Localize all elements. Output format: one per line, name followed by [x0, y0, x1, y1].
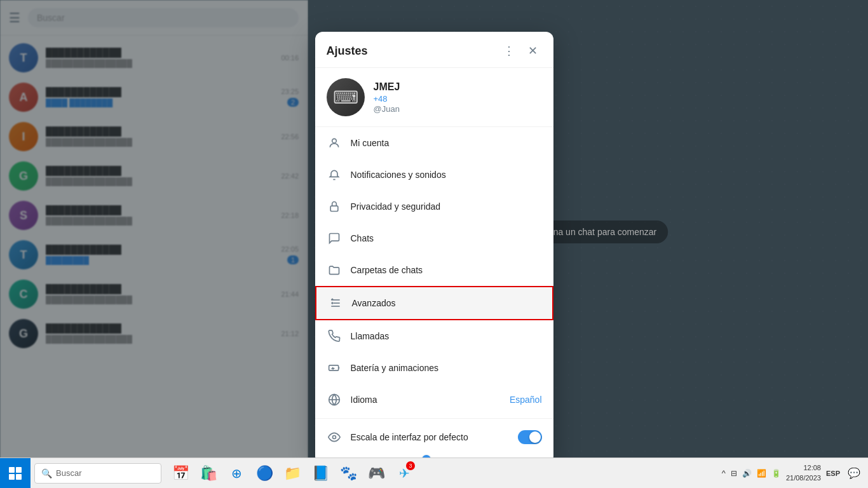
menu-label-llamadas: Llamadas	[351, 331, 542, 341]
menu-item-mi-cuenta[interactable]: Mi cuenta	[315, 127, 553, 159]
store-icon: 🛍️	[200, 465, 217, 482]
menu-item-bateria[interactable]: Batería y animaciones	[315, 352, 553, 384]
profile-avatar: ⌨	[327, 78, 365, 116]
edge-icon: ⊕	[231, 466, 242, 481]
svg-point-9	[332, 436, 336, 439]
notification-icon[interactable]: 💬	[845, 467, 863, 479]
tray-icon-3[interactable]: 📶	[756, 469, 768, 478]
svg-point-0	[332, 139, 336, 143]
taskbar-app-store[interactable]: 🛍️	[196, 459, 221, 487]
tray-icon-2[interactable]: 🔊	[741, 469, 753, 478]
svg-rect-1	[330, 206, 338, 211]
modal-title: Ajustes	[327, 44, 500, 58]
menu-label-avanzados: Avanzados	[352, 298, 541, 308]
menu-item-avanzados[interactable]: Avanzados	[315, 286, 553, 320]
system-tray: ^ ⊟ 🔊 📶 🔋 12:08 21/08/2023 ESP 💬	[721, 463, 868, 483]
advanced-icon	[328, 295, 343, 311]
chevron-up-icon[interactable]: ^	[721, 468, 727, 478]
clock-time: 12:08	[786, 463, 821, 473]
taskbar-app-word[interactable]: 📘	[308, 459, 333, 487]
modal-header: Ajustes ⋮ ✕	[315, 32, 553, 68]
menu-item-chats[interactable]: Chats	[315, 222, 553, 254]
windows-logo	[9, 467, 22, 480]
taskbar-app-chrome[interactable]: 🔵	[252, 459, 277, 487]
menu-label-idioma: Idioma	[351, 395, 501, 405]
menu-divider	[315, 418, 553, 419]
profile-username: @Juan	[374, 104, 542, 114]
sys-tray-icons: ^ ⊟ 🔊 📶 🔋	[721, 468, 782, 478]
telegram-badge: 3	[406, 461, 415, 470]
menu-item-idioma[interactable]: Idioma Español	[315, 384, 553, 416]
word-icon: 📘	[312, 465, 329, 482]
tray-icon-1[interactable]: ⊟	[729, 469, 738, 478]
game-icon: 🎮	[368, 465, 385, 482]
phone-icon	[327, 329, 342, 344]
profile-section[interactable]: ⌨ JMEJ +48 @Juan	[315, 68, 553, 127]
lock-icon	[327, 199, 342, 214]
menu-label-carpetas: Carpetas de chats	[351, 265, 542, 275]
menu-label-chats: Chats	[351, 233, 542, 243]
profile-name: JMEJ	[374, 81, 542, 93]
clock-date: 21/08/2023	[786, 473, 821, 483]
account-icon	[327, 135, 342, 151]
taskbar-search[interactable]: 🔍 Buscar	[34, 463, 161, 484]
menu-label-mi-cuenta: Mi cuenta	[351, 138, 542, 148]
close-button[interactable]: ✕	[524, 42, 542, 60]
calendar-icon: 📅	[172, 465, 189, 482]
bell-icon	[327, 167, 342, 182]
taskbar-app-files[interactable]: 📁	[280, 459, 305, 487]
taskbar-app-game[interactable]: 🎮	[363, 459, 389, 487]
menu-list: Mi cuenta Notificaciones y sonidos Priva…	[315, 127, 553, 464]
interface-scale-toggle[interactable]	[518, 430, 542, 444]
profile-info: JMEJ +48 @Juan	[374, 81, 542, 114]
chrome-icon: 🔵	[256, 465, 273, 482]
menu-item-carpetas[interactable]: Carpetas de chats	[315, 254, 553, 286]
language-icon	[327, 392, 342, 407]
tray-icon-4[interactable]: 🔋	[770, 469, 782, 478]
settings-modal: Ajustes ⋮ ✕ ⌨ JMEJ +48 @Juan	[315, 32, 553, 464]
profile-phone: +48	[374, 94, 542, 104]
taskbar: 🔍 Buscar 📅 🛍️ ⊕ 🔵 📁 📘 🐾 🎮 ✈ 3	[0, 458, 868, 488]
folder-icon	[327, 262, 342, 278]
chat-icon	[327, 231, 342, 246]
taskbar-app-notepad[interactable]: 🐾	[336, 459, 361, 487]
taskbar-app-telegram[interactable]: ✈ 3	[391, 459, 417, 487]
modal-header-actions: ⋮ ✕	[500, 42, 542, 60]
taskbar-app-calendar[interactable]: 📅	[168, 459, 193, 487]
menu-item-interface-scale: Escala de interfaz por defecto	[315, 421, 553, 453]
menu-label-privacidad: Privacidad y seguridad	[351, 201, 542, 212]
menu-item-notificaciones[interactable]: Notificaciones y sonidos	[315, 159, 553, 191]
taskbar-search-label: Buscar	[56, 468, 81, 478]
keyboard-icon: ⌨	[333, 87, 358, 108]
menu-value-idioma: Español	[510, 395, 542, 405]
menu-item-llamadas[interactable]: Llamadas	[315, 320, 553, 352]
modal-overlay: Ajustes ⋮ ✕ ⌨ JMEJ +48 @Juan	[0, 0, 868, 488]
system-clock[interactable]: 12:08 21/08/2023	[786, 463, 821, 483]
menu-item-privacidad[interactable]: Privacidad y seguridad	[315, 191, 553, 222]
start-button[interactable]	[0, 458, 31, 489]
language-indicator[interactable]: ESP	[825, 470, 841, 477]
taskbar-search-icon: 🔍	[41, 468, 52, 478]
menu-label-notificaciones: Notificaciones y sonidos	[351, 170, 542, 180]
files-icon: 📁	[284, 465, 301, 482]
menu-label-bateria: Batería y animaciones	[351, 363, 542, 373]
notepad-icon: 🐾	[340, 465, 357, 482]
more-options-button[interactable]: ⋮	[500, 42, 518, 60]
taskbar-app-edge[interactable]: ⊕	[224, 459, 249, 487]
svg-point-5	[331, 302, 333, 304]
eye-icon	[327, 430, 342, 445]
interface-scale-label: Escala de interfaz por defecto	[351, 432, 509, 442]
battery-icon	[327, 360, 342, 376]
taskbar-app-icons: 📅 🛍️ ⊕ 🔵 📁 📘 🐾 🎮 ✈ 3	[168, 459, 721, 487]
